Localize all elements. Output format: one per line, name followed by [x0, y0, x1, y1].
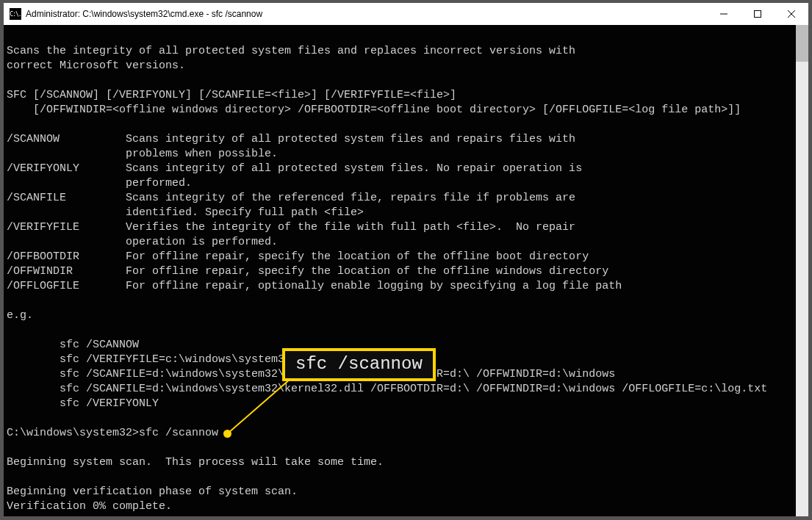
terminal-output[interactable]: Scans the integrity of all protected sys… [4, 25, 796, 516]
close-button[interactable] [775, 3, 808, 25]
callout-anchor-dot [223, 430, 231, 438]
maximize-button[interactable] [741, 3, 775, 25]
scrollbar[interactable] [796, 25, 808, 516]
callout-box: sfc /scannow [282, 348, 436, 381]
cmd-icon: C:\. [10, 8, 21, 20]
titlebar[interactable]: C:\. Administrator: C:\windows\system32\… [4, 3, 808, 25]
cmd-window: C:\. Administrator: C:\windows\system32\… [3, 2, 809, 517]
scrollbar-thumb[interactable] [796, 25, 808, 62]
callout-text: sfc /scannow [295, 354, 423, 374]
minimize-button[interactable] [707, 3, 741, 25]
terminal-area: Scans the integrity of all protected sys… [4, 25, 808, 516]
window-title: Administrator: C:\windows\system32\cmd.e… [26, 9, 262, 19]
svg-rect-1 [755, 11, 761, 18]
